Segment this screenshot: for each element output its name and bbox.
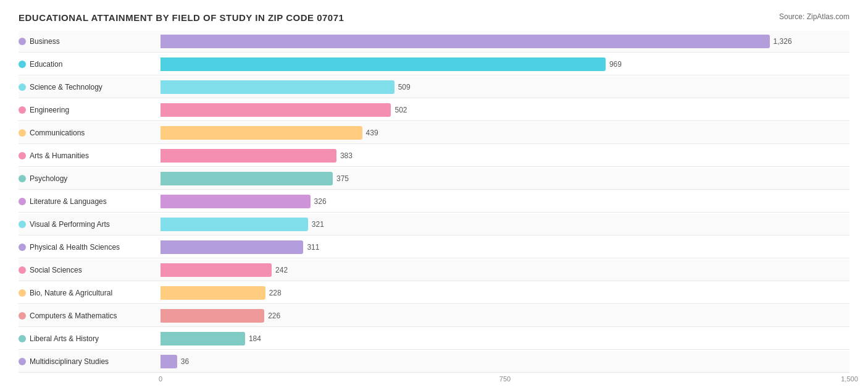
bar-area: 228 bbox=[161, 282, 849, 303]
bar-label: Science & Technology bbox=[30, 83, 102, 91]
bar-label-area: Visual & Performing Arts bbox=[19, 218, 161, 231]
bar-area: 375 bbox=[161, 168, 849, 189]
bar bbox=[161, 355, 177, 368]
bar-area: 36 bbox=[161, 351, 849, 372]
table-row: Visual & Performing Arts 321 bbox=[19, 214, 849, 235]
table-row: Business 1,326 bbox=[19, 31, 849, 53]
bar bbox=[161, 149, 336, 163]
bar-area: 383 bbox=[161, 145, 849, 166]
bar-area: 969 bbox=[161, 54, 849, 75]
chart-title: EDUCATIONAL ATTAINMENT BY FIELD OF STUDY… bbox=[19, 12, 344, 23]
dot-icon bbox=[19, 152, 26, 159]
bar-value: 321 bbox=[312, 220, 324, 229]
bar-area: 502 bbox=[161, 100, 849, 121]
bar-label: Visual & Performing Arts bbox=[30, 220, 110, 229]
bar-label-area: Communications bbox=[19, 126, 161, 140]
bar-label: Engineering bbox=[30, 106, 69, 114]
bar-value: 184 bbox=[249, 334, 261, 343]
bar-label-area: Social Sciences bbox=[19, 263, 161, 277]
dot-icon bbox=[19, 38, 26, 45]
bar-value: 228 bbox=[269, 289, 282, 297]
dot-icon bbox=[19, 221, 26, 228]
bar-value: 1,326 bbox=[774, 37, 792, 46]
bar-label: Education bbox=[30, 60, 62, 69]
table-row: Social Sciences 242 bbox=[19, 260, 849, 281]
bar bbox=[161, 35, 770, 48]
chart-wrapper: EDUCATIONAL ATTAINMENT BY FIELD OF STUDY… bbox=[19, 12, 849, 388]
table-row: Bio, Nature & Agricultural 228 bbox=[19, 282, 849, 304]
bar-label-area: Education bbox=[19, 57, 161, 71]
x-tick-label: 0 bbox=[151, 375, 170, 383]
bar-value: 383 bbox=[340, 151, 353, 160]
table-row: Physical & Health Sciences 311 bbox=[19, 237, 849, 258]
table-row: Literature & Languages 326 bbox=[19, 191, 849, 213]
bar-label: Arts & Humanities bbox=[30, 151, 89, 160]
bar-value: 439 bbox=[366, 129, 378, 137]
bar-label-area: Engineering bbox=[19, 103, 161, 117]
bar-area: 184 bbox=[161, 328, 849, 349]
bar-label-area: Literature & Languages bbox=[19, 195, 161, 208]
bar-label: Physical & Health Sciences bbox=[30, 243, 120, 252]
bar-label-area: Multidisciplinary Studies bbox=[19, 355, 161, 368]
x-tick-label: 750 bbox=[496, 375, 514, 383]
dot-icon bbox=[19, 198, 26, 205]
bar-label: Computers & Mathematics bbox=[30, 312, 117, 320]
bar bbox=[161, 195, 311, 208]
bar-label-area: Arts & Humanities bbox=[19, 149, 161, 163]
table-row: Education 969 bbox=[19, 54, 849, 75]
dot-icon bbox=[19, 244, 26, 251]
table-row: Multidisciplinary Studies 36 bbox=[19, 351, 849, 373]
dot-icon bbox=[19, 106, 26, 114]
chart-container: Business 1,326 Education 969 Science & T… bbox=[19, 31, 849, 373]
bar-label: Literature & Languages bbox=[30, 197, 107, 206]
bar-area: 226 bbox=[161, 305, 849, 326]
dot-icon bbox=[19, 175, 26, 182]
bar-label: Liberal Arts & History bbox=[30, 334, 99, 343]
bar-label: Communications bbox=[30, 129, 85, 137]
bar-value: 969 bbox=[609, 60, 622, 69]
x-axis: 07501,500 bbox=[161, 375, 849, 388]
table-row: Liberal Arts & History 184 bbox=[19, 328, 849, 350]
bar-value: 375 bbox=[336, 174, 349, 183]
bar-label-area: Science & Technology bbox=[19, 80, 161, 94]
bar-label: Psychology bbox=[30, 174, 67, 183]
bar bbox=[161, 286, 265, 300]
dot-icon bbox=[19, 83, 26, 91]
bar bbox=[161, 126, 362, 140]
bar bbox=[161, 263, 272, 277]
bar bbox=[161, 309, 264, 323]
dot-icon bbox=[19, 312, 26, 320]
bar bbox=[161, 218, 308, 231]
table-row: Arts & Humanities 383 bbox=[19, 145, 849, 167]
table-row: Psychology 375 bbox=[19, 168, 849, 190]
dot-icon bbox=[19, 289, 26, 297]
table-row: Science & Technology 509 bbox=[19, 77, 849, 98]
bar-label: Multidisciplinary Studies bbox=[30, 357, 109, 366]
bar-label-area: Psychology bbox=[19, 172, 161, 185]
dot-icon bbox=[19, 61, 26, 68]
bar-value: 226 bbox=[268, 312, 280, 320]
bar bbox=[161, 103, 391, 117]
bar-area: 509 bbox=[161, 77, 849, 98]
dot-icon bbox=[19, 266, 26, 274]
bar-label-area: Bio, Nature & Agricultural bbox=[19, 286, 161, 300]
bar bbox=[161, 240, 303, 254]
bar-area: 1,326 bbox=[161, 31, 849, 52]
bar-label-area: Liberal Arts & History bbox=[19, 332, 161, 345]
source-label: Source: ZipAtlas.com bbox=[779, 12, 849, 21]
bar bbox=[161, 172, 333, 185]
bar-area: 439 bbox=[161, 122, 849, 143]
bar-label-area: Business bbox=[19, 35, 161, 48]
table-row: Engineering 502 bbox=[19, 100, 849, 121]
bar bbox=[161, 57, 606, 71]
dot-icon bbox=[19, 129, 26, 137]
bar-value: 502 bbox=[394, 106, 407, 114]
bar-label-area: Physical & Health Sciences bbox=[19, 240, 161, 254]
bar-label: Bio, Nature & Agricultural bbox=[30, 289, 112, 297]
bar-area: 242 bbox=[161, 260, 849, 281]
bar-area: 311 bbox=[161, 237, 849, 258]
bar-value: 326 bbox=[314, 197, 327, 206]
bar-label: Social Sciences bbox=[30, 266, 82, 274]
dot-icon bbox=[19, 335, 26, 342]
bar-value: 509 bbox=[398, 83, 411, 91]
